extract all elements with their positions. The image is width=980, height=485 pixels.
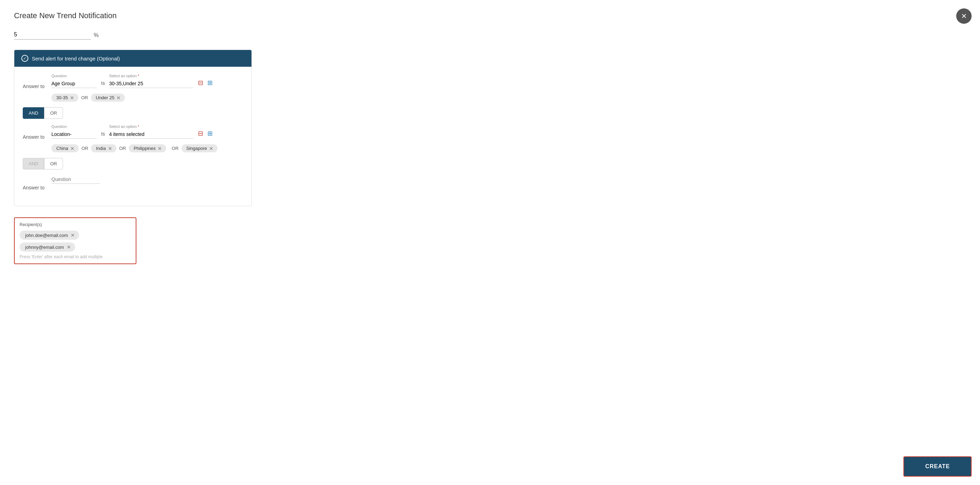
is-label-2: Is (101, 131, 105, 139)
remove-tag-under25[interactable]: ✕ (116, 95, 121, 100)
action-icons-2: ⊟ ⊞ (197, 130, 213, 139)
question-input-1[interactable] (51, 79, 97, 88)
page-title: Create New Trend Notification (14, 11, 966, 20)
percentage-row: % (14, 30, 966, 40)
recipients-section: Recipient(s) john.doe@email.com ✕ johnny… (14, 217, 137, 264)
email-tag-1: john.doe@email.com ✕ (19, 231, 79, 240)
close-button[interactable]: ✕ (956, 8, 972, 24)
select-option-group-2: Select an option * (109, 124, 193, 139)
condition-block-2: Answer to Question Is Select an option * (23, 124, 243, 170)
select-label-2: Select an option * (109, 124, 193, 128)
answer-to-label-1: Answer to (23, 74, 47, 89)
select-input-2[interactable] (109, 130, 193, 139)
select-label-1: Select an option * (109, 74, 193, 78)
remove-email-1[interactable]: ✕ (71, 232, 75, 238)
alert-body: Answer to Question Is Select an option * (14, 67, 251, 206)
page-container: ✕ Create New Trend Notification % ✓ Send… (0, 0, 980, 485)
alert-icon: ✓ (21, 55, 28, 62)
select-input-1[interactable] (109, 79, 193, 88)
remove-tag-india[interactable]: ✕ (108, 146, 112, 151)
tag-singapore: Singapore ✕ (181, 144, 218, 152)
empty-question-input[interactable] (51, 175, 100, 184)
field-row-1: Question Is Select an option * ⊟ ⊞ (51, 74, 243, 88)
question-input-2[interactable] (51, 130, 97, 139)
and-button-1[interactable]: AND (23, 107, 44, 119)
recipients-hint: Press 'Enter' after each email to add mu… (19, 254, 131, 259)
remove-condition-2[interactable]: ⊟ (197, 130, 204, 137)
condition-fields-1: Question Is Select an option * ⊟ ⊞ (51, 74, 243, 102)
email-value-1: john.doe@email.com (25, 233, 68, 238)
condition-row-2: Answer to Question Is Select an option * (23, 124, 243, 152)
alert-header: ✓ Send alert for trend change (Optional) (14, 50, 251, 67)
question-field-group-1: Question (51, 74, 97, 88)
question-field-group-2: Question (51, 124, 97, 139)
create-button[interactable]: CREATE (904, 456, 972, 477)
and-or-group-1: AND OR (23, 107, 243, 119)
action-icons-1: ⊟ ⊞ (197, 79, 213, 88)
remove-email-2[interactable]: ✕ (67, 244, 71, 250)
tag-under25: Under 25 ✕ (91, 94, 125, 102)
remove-condition-1[interactable]: ⊟ (197, 79, 204, 87)
tag-30-35: 30-35 ✕ (51, 94, 78, 102)
condition-row-1: Answer to Question Is Select an option * (23, 74, 243, 102)
recipients-label: Recipient(s) (19, 222, 131, 227)
or-button-2[interactable]: OR (44, 158, 63, 170)
and-or-group-2: AND OR (23, 158, 243, 170)
question-label-1: Question (51, 74, 97, 78)
add-condition-2[interactable]: ⊞ (207, 130, 213, 137)
and-button-2[interactable]: AND (23, 158, 44, 170)
condition-fields-2: Question Is Select an option * ⊟ ⊞ (51, 124, 243, 152)
add-condition-1[interactable]: ⊞ (207, 79, 213, 87)
empty-condition-fields (51, 175, 243, 184)
or-button-1[interactable]: OR (44, 107, 63, 119)
tag-philippines: Philippines ✕ (129, 144, 166, 152)
alert-section: ✓ Send alert for trend change (Optional)… (14, 50, 252, 206)
field-row-2: Question Is Select an option * ⊟ ⊞ (51, 124, 243, 139)
percentage-unit: % (94, 32, 99, 38)
question-label-2: Question (51, 124, 97, 128)
empty-condition-row: Answer to (23, 175, 243, 190)
email-tag-2: johnny@email.com ✕ (19, 242, 75, 252)
alert-header-text: Send alert for trend change (Optional) (32, 55, 120, 62)
remove-tag-singapore[interactable]: ✕ (209, 146, 213, 151)
tag-china: China ✕ (51, 144, 79, 152)
tags-row-2: China ✕ OR India ✕ OR Philippines (51, 144, 243, 152)
answer-to-label-2: Answer to (23, 124, 47, 140)
select-option-group-1: Select an option * (109, 74, 193, 88)
condition-block-1: Answer to Question Is Select an option * (23, 74, 243, 119)
percentage-input[interactable] (14, 30, 91, 40)
tags-row-1: 30-35 ✕ OR Under 25 ✕ (51, 94, 243, 102)
remove-tag-philippines[interactable]: ✕ (158, 146, 162, 151)
remove-tag-china[interactable]: ✕ (70, 146, 75, 151)
remove-tag-30-35[interactable]: ✕ (70, 95, 74, 100)
email-value-2: johnny@email.com (25, 245, 64, 250)
is-label-1: Is (101, 80, 105, 88)
tag-india: India ✕ (91, 144, 116, 152)
empty-answer-to-label: Answer to (23, 175, 47, 190)
